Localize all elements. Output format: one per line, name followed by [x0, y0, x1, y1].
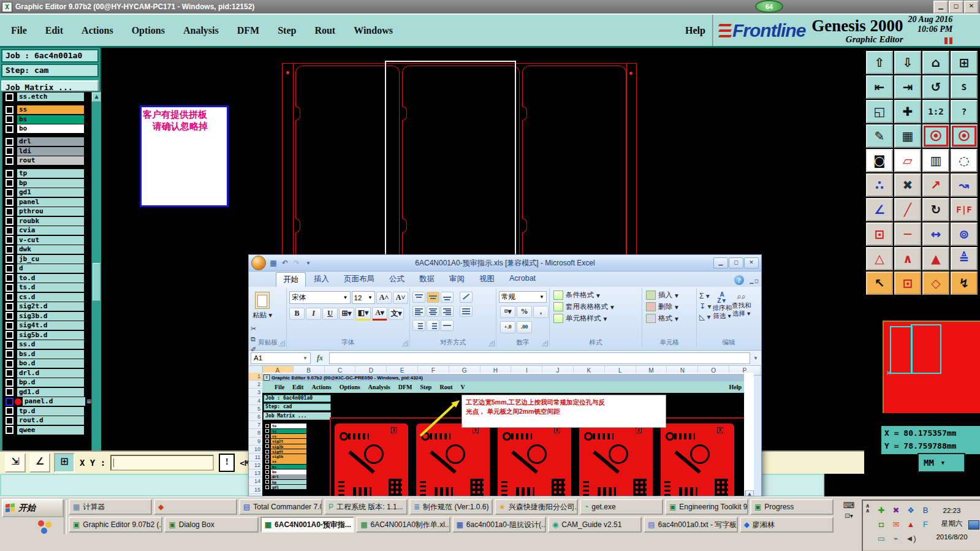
workbook-window-controls[interactable]: ▁◻ [750, 278, 759, 284]
taskbar-button[interactable]: ▣ Engineering Toolkit 9.0... [665, 499, 748, 515]
layer-label[interactable]: bo.d [17, 359, 84, 368]
row-header[interactable]: 3 [249, 389, 262, 397]
layer-checkbox[interactable] [6, 388, 13, 396]
align-right-icon[interactable] [441, 306, 454, 317]
scroll-thumb[interactable] [93, 263, 101, 301]
job-field[interactable]: Job : 6ac4n001a0 [1, 49, 99, 63]
layer-label[interactable]: tp.d [17, 407, 84, 416]
layer-label[interactable]: panel [17, 198, 84, 207]
sheet-area[interactable]: 123456789101112131415 X Graphic Editor 9… [249, 373, 754, 496]
tool-button[interactable]: S [951, 75, 978, 99]
layer-row[interactable]: d [4, 264, 91, 273]
taskbar-button[interactable]: P 工程系统 版本: 1.1... [324, 499, 408, 515]
menu-item[interactable]: Options [132, 25, 165, 36]
tool-button[interactable]: ↺ [922, 75, 949, 99]
excel-minimize-button[interactable]: ▁ [713, 257, 728, 268]
sort-filter-button[interactable]: AZ▼ 排序和筛选 ▾ [712, 288, 732, 321]
layer-checkbox[interactable] [6, 274, 13, 282]
menu-item-help[interactable]: Help [685, 15, 705, 46]
layer-checkbox[interactable] [6, 246, 13, 254]
layer-label[interactable]: pthrou [17, 207, 84, 216]
layer-label[interactable]: gd1 [17, 188, 84, 197]
taskbar-button[interactable]: ★ 兴森快捷衡阳分公司... [495, 499, 578, 515]
taskbar-button[interactable]: ◆ [154, 499, 237, 515]
layer-label[interactable]: jb_cu [17, 255, 84, 264]
tool-button[interactable]: ↗ [922, 173, 949, 197]
decrease-indent-icon[interactable] [412, 320, 425, 331]
tool-button[interactable]: ⊚ [951, 222, 978, 246]
layer-label[interactable]: dwk [17, 245, 84, 254]
tool-button[interactable]: ∠ [866, 198, 893, 221]
accounting-format-icon[interactable]: ¤▾ [500, 306, 515, 318]
layer-checkbox[interactable] [6, 284, 13, 292]
layer-row[interactable]: bs.d [4, 350, 91, 359]
tool-button[interactable]: ⇤ [866, 75, 893, 99]
menu-item[interactable]: DFM [237, 25, 259, 36]
layer-label[interactable]: v-cut [17, 236, 84, 245]
scroll-up-icon[interactable]: ▲ [92, 93, 101, 102]
office-button[interactable] [251, 256, 266, 270]
layer-row[interactable]: cvia [4, 226, 91, 235]
layer-checkbox[interactable] [6, 350, 13, 358]
layer-label[interactable]: bo [17, 124, 84, 133]
layer-checkbox[interactable] [6, 255, 13, 263]
layer-label[interactable]: rout.d [17, 416, 84, 425]
tray-icon[interactable]: ◄) [905, 534, 916, 543]
layer-row[interactable]: ts.d [4, 283, 91, 292]
dialog-launcher-icon[interactable]: ◿ [402, 340, 408, 346]
layer-row[interactable]: v-cut [4, 236, 91, 245]
layer-row[interactable]: rout.d [4, 416, 91, 425]
layer-row[interactable]: ldi [4, 147, 91, 156]
italic-button[interactable]: I [306, 308, 321, 320]
layer-row[interactable]: panel [4, 198, 91, 207]
minimize-button[interactable]: ▁ [933, 1, 948, 13]
row-header[interactable]: 11 [249, 454, 262, 462]
layer-label[interactable]: to.d [17, 274, 84, 283]
ribbon-tab[interactable]: 开始 [276, 272, 306, 287]
row-header[interactable]: 4 [249, 397, 262, 405]
row-header[interactable]: 7 [249, 421, 262, 429]
layer-row[interactable]: bo.d [4, 359, 91, 368]
layer-label[interactable]: sig3b.d [17, 312, 84, 321]
tool-button[interactable]: ◙ [866, 149, 893, 172]
row-header[interactable]: 5 [249, 405, 262, 413]
font-color-button[interactable]: A▾ [372, 307, 387, 321]
layer-checkbox[interactable] [6, 312, 13, 320]
number-format-select[interactable]: 常规▼ [499, 291, 547, 303]
taskbar-button[interactable]: ▦ 6ac4n001a0-阻抗设计(... [452, 517, 546, 533]
layer-row[interactable]: roubk [4, 217, 91, 226]
taskbar-button[interactable]: ▦ 6AC4N001A0-预审指... [260, 517, 354, 533]
tool-button[interactable]: ↖ [866, 272, 893, 295]
tool-button[interactable]: ⊞ [951, 51, 978, 74]
tool-button[interactable]: ⌂ [922, 51, 949, 74]
layer-label[interactable]: bs [17, 115, 84, 124]
layer-checkbox[interactable] [6, 303, 13, 311]
excel-close-button[interactable]: ✕ [744, 257, 759, 268]
menu-item[interactable]: Edit [45, 25, 63, 36]
dialog-launcher-icon[interactable]: ◿ [279, 340, 285, 346]
taskbar-button[interactable]: ◔ get.exe [580, 499, 663, 515]
percent-style-button[interactable]: % [517, 306, 532, 318]
excel-help-icon[interactable]: ? [734, 275, 744, 285]
layer-label[interactable]: roubk [17, 217, 84, 226]
row-header[interactable]: 6 [249, 413, 262, 421]
tray-icon[interactable]: F [923, 520, 928, 529]
save-icon[interactable]: ▦ [268, 259, 278, 267]
layer-row[interactable]: tp [4, 169, 91, 178]
tool-button[interactable]: ⦿ [922, 124, 949, 148]
font-size-select[interactable]: 12▼ [352, 291, 376, 304]
layer-label[interactable]: ss.d [17, 340, 84, 349]
increase-indent-icon[interactable] [427, 320, 439, 331]
taskbar-button[interactable]: ▣ Progress [750, 499, 834, 515]
tray-icon[interactable]: ◘ [879, 520, 884, 529]
language-options-icon[interactable]: ⊡▾ [845, 512, 853, 519]
ribbon-tab[interactable]: 公式 [382, 272, 411, 287]
taskbar-button[interactable]: ▤ Total Commander 7.0 ... [239, 499, 322, 515]
layer-label[interactable]: sig5b.d [17, 331, 84, 340]
taskbar-button[interactable]: ▣ Graphic Editor 9.07b2 (... [69, 517, 162, 533]
taskbar-button[interactable]: ▤ 6ac4n001a0.txt - 写字板 [644, 517, 737, 533]
taskbar-button[interactable]: ◉ CAM_Guide v2.51 [548, 517, 642, 533]
tool-button[interactable]: ? [951, 100, 978, 123]
increase-decimal-button[interactable]: +.0 [500, 321, 515, 333]
formula-expand-icon[interactable]: ▼ [752, 355, 759, 361]
